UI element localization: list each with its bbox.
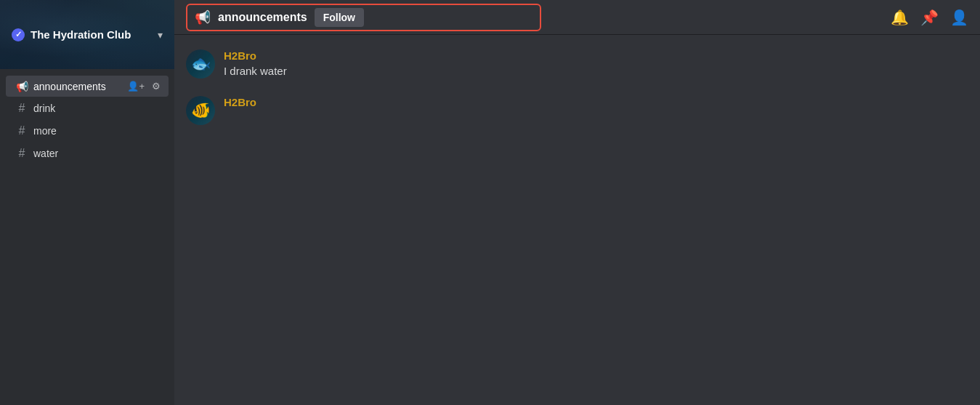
message-author: H2Bro	[224, 49, 256, 62]
messages-area: H2Bro I drank water Publish 😊 ⋮ H2Bro	[174, 35, 980, 405]
more-options-icon[interactable]: ⋮	[955, 52, 968, 68]
publish-button[interactable]: Publish	[873, 49, 928, 69]
emoji-react-icon[interactable]: 😊	[934, 52, 949, 68]
text-channel-icon-more: #	[15, 124, 29, 137]
server-verified-icon: ✓	[12, 28, 25, 41]
server-title-row: ✓ The Hydration Club ▾	[12, 28, 163, 41]
topbar: 📢 announcements Follow 🔔 📌 👤	[174, 0, 980, 35]
topbar-channel-icon: 📢	[195, 9, 211, 25]
follow-button[interactable]: Follow	[315, 8, 364, 27]
avatar	[186, 49, 215, 79]
notification-bell-icon[interactable]: 🔔	[891, 9, 909, 26]
settings-icon[interactable]: ⚙	[150, 80, 163, 92]
message-content: H2Bro I drank water	[224, 49, 862, 79]
message-text: I drank water	[224, 65, 287, 77]
table-row: H2Bro I drank water Publish 😊 ⋮	[174, 47, 980, 81]
sidebar-item-water[interactable]: # water	[6, 143, 169, 164]
avatar-image	[186, 49, 215, 79]
announcement-channel-icon: 📢	[15, 81, 29, 92]
channel-label-more: more	[33, 125, 163, 137]
channel-label-announcements: announcements	[33, 81, 121, 92]
text-channel-icon-water: #	[15, 147, 29, 160]
sidebar-item-more[interactable]: # more	[6, 120, 169, 142]
server-dropdown-icon[interactable]: ▾	[158, 29, 163, 41]
topbar-channel-name: announcements	[218, 11, 307, 24]
sidebar-item-announcements[interactable]: 📢 announcements 👤+ ⚙	[6, 76, 169, 97]
message-header-2: H2Bro	[224, 96, 968, 108]
text-channel-icon-drink: #	[15, 102, 29, 115]
message-content-2: H2Bro	[224, 96, 968, 110]
avatar	[186, 96, 215, 125]
main-content: 📢 announcements Follow 🔔 📌 👤 H2Bro I dra…	[174, 0, 980, 405]
sidebar: ✓ The Hydration Club ▾ 📢 announcements 👤…	[0, 0, 174, 405]
avatar-image-alt	[186, 96, 215, 125]
channel-label-water: water	[33, 148, 163, 159]
topbar-channel-info: 📢 announcements Follow	[186, 4, 541, 31]
add-member-icon[interactable]: 👤+	[125, 80, 147, 92]
server-name: The Hydration Club	[31, 28, 152, 41]
table-row: H2Bro	[174, 93, 980, 128]
members-icon[interactable]: 👤	[950, 9, 968, 26]
message-author-2: H2Bro	[224, 96, 256, 108]
server-header[interactable]: ✓ The Hydration Club ▾	[0, 0, 174, 69]
pin-icon[interactable]: 📌	[920, 9, 939, 26]
sidebar-item-drink[interactable]: # drink	[6, 97, 169, 119]
channel-action-group: 👤+ ⚙	[125, 80, 163, 92]
message-header: H2Bro	[224, 49, 862, 62]
topbar-actions: 🔔 📌 👤	[891, 9, 968, 26]
channel-label-drink: drink	[33, 103, 163, 114]
channels-list: 📢 announcements 👤+ ⚙ # drink # more # wa…	[0, 69, 174, 405]
